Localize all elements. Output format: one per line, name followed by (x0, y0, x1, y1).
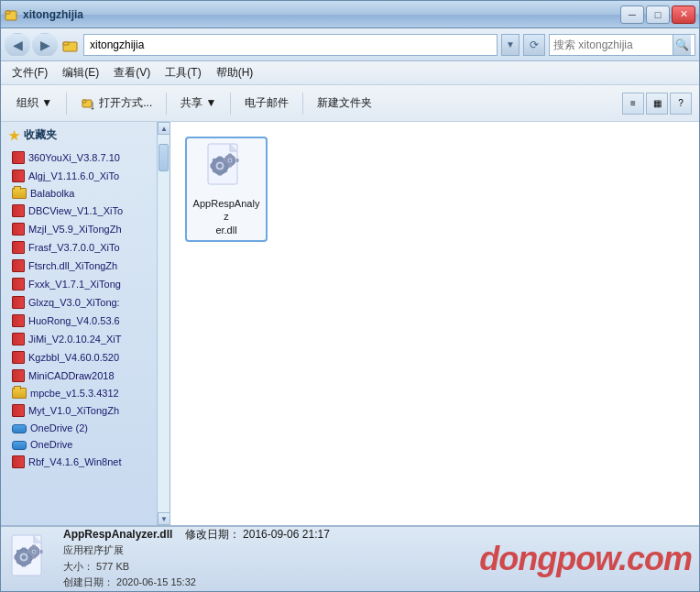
main-area: ★ 收藏夹 360YouXi_V3.8.7.10 Algj_V1.11.6.0_… (1, 122, 699, 525)
maximize-button[interactable]: □ (646, 5, 670, 24)
sidebar-item-label-6: Ftsrch.dll_XiTongZh (28, 260, 117, 271)
svg-marker-7 (91, 108, 94, 110)
item-icon-2 (12, 188, 27, 199)
sidebar-item-label-7: Fxxk_V1.7.1_XiTong (28, 279, 121, 290)
open-with-button[interactable]: 打开方式... (72, 89, 160, 118)
open-icon (81, 96, 95, 111)
svg-point-15 (218, 164, 223, 169)
sidebar-item-10[interactable]: JiMi_V2.0.10.24_XiT (1, 330, 170, 348)
email-label: 电子邮件 (245, 95, 289, 111)
sidebar-item-11[interactable]: Kgzbbl_V4.60.0.520 (1, 348, 170, 367)
forward-button[interactable]: ▶ (32, 33, 58, 57)
sidebar-item-8[interactable]: Glxzq_V3.0_XiTong: (1, 293, 170, 312)
svg-rect-49 (32, 545, 36, 548)
item-icon-1 (12, 170, 25, 182)
organize-button[interactable]: 组织 ▼ (8, 89, 60, 118)
svg-point-48 (33, 551, 36, 554)
item-icon-5 (12, 241, 25, 254)
item-icon-6 (12, 259, 25, 272)
dll-file-icon (204, 142, 248, 193)
sidebar-item-17[interactable]: Rbf_V4.1.6_Win8net (1, 453, 170, 471)
sidebar-item-9[interactable]: HuoRong_V4.0.53.6 (1, 312, 170, 330)
sidebar-item-label-13: mpcbe_v1.5.3.4312 (30, 388, 119, 399)
sidebar-scrollbar[interactable]: ▲ ▼ (157, 122, 170, 525)
svg-rect-1 (5, 11, 10, 14)
sidebar-section-title-text: 收藏夹 (24, 127, 57, 143)
sidebar-item-12[interactable]: MiniCADDraw2018 (1, 367, 170, 385)
search-box: 🔍 (549, 34, 695, 56)
sidebar-item-2[interactable]: Balabolka (1, 185, 170, 202)
sidebar-item-16[interactable]: OneDrive (1, 436, 170, 453)
file-item-appresp[interactable]: AppRespAnalyzer.dll (185, 137, 268, 242)
sidebar-item-label-8: Glxzq_V3.0_XiTong: (28, 297, 120, 308)
email-button[interactable]: 电子邮件 (236, 89, 297, 118)
sidebar-item-15[interactable]: OneDrive (2) (1, 420, 170, 436)
sidebar-item-label-16: OneDrive (30, 439, 72, 450)
item-icon-12 (12, 369, 25, 382)
search-input[interactable] (553, 38, 673, 51)
minimize-button[interactable]: ─ (620, 5, 644, 24)
menu-view[interactable]: 查看(V) (106, 63, 158, 82)
sidebar-list: 360YouXi_V3.8.7.10 Algj_V1.11.6.0_XiTo B… (1, 148, 170, 471)
sidebar-item-0[interactable]: 360YouXi_V3.8.7.10 (1, 148, 170, 167)
scroll-track[interactable] (158, 135, 170, 512)
address-path[interactable]: xitongzhijia (83, 34, 498, 56)
new-folder-button[interactable]: 新建文件夹 (309, 89, 380, 118)
svg-rect-52 (40, 550, 43, 554)
item-icon-16 (12, 441, 27, 450)
menu-edit[interactable]: 编辑(E) (55, 63, 106, 82)
refresh-button[interactable]: ⟳ (523, 34, 545, 56)
item-icon-13 (12, 388, 27, 399)
sidebar-item-13[interactable]: mpcbe_v1.5.3.4312 (1, 385, 170, 401)
sidebar-item-1[interactable]: Algj_V1.11.6.0_XiTo (1, 167, 170, 185)
sidebar-item-label-0: 360YouXi_V3.8.7.10 (28, 152, 120, 163)
svg-rect-16 (218, 157, 223, 159)
share-label: 共享 ▼ (180, 95, 216, 111)
toolbar-separator-2 (166, 93, 167, 115)
item-icon-11 (12, 351, 25, 364)
close-button[interactable]: ✕ (672, 5, 695, 24)
view-mode-button[interactable]: ≡ (622, 93, 644, 115)
svg-rect-18 (211, 164, 213, 169)
help-button[interactable]: ? (670, 93, 692, 115)
file-area: AppRespAnalyzer.dll (170, 122, 699, 525)
sidebar-item-5[interactable]: Frasf_V3.7.0.0_XiTo (1, 238, 170, 257)
item-icon-3 (12, 204, 25, 217)
search-button[interactable]: 🔍 (673, 35, 691, 55)
sidebar-item-label-12: MiniCADDraw2018 (28, 370, 115, 381)
sidebar-item-4[interactable]: MzjI_V5.9_XiTongZh (1, 220, 170, 238)
scroll-down-button[interactable]: ▼ (158, 512, 170, 525)
item-icon-14 (12, 404, 25, 417)
menu-tools[interactable]: 工具(T) (158, 63, 208, 82)
address-dropdown[interactable]: ▼ (501, 34, 520, 56)
sidebar-section-favorites: ★ 收藏夹 (1, 122, 170, 148)
svg-rect-28 (228, 165, 232, 168)
address-folder-icon (61, 36, 80, 54)
item-icon-10 (12, 333, 25, 345)
sidebar: ★ 收藏夹 360YouXi_V3.8.7.10 Algj_V1.11.6.0_… (1, 122, 170, 525)
share-button[interactable]: 共享 ▼ (172, 89, 224, 118)
new-folder-label: 新建文件夹 (317, 95, 372, 111)
menu-file[interactable]: 文件(F) (5, 63, 55, 82)
svg-rect-39 (22, 565, 27, 567)
svg-rect-3 (63, 42, 69, 45)
svg-point-26 (229, 159, 232, 162)
window-controls: ─ □ ✕ (620, 5, 695, 24)
sidebar-item-7[interactable]: Fxxk_V1.7.1_XiTong (1, 275, 170, 293)
toolbar-separator-1 (66, 93, 67, 115)
address-path-text: xitongzhijia (90, 38, 144, 51)
item-icon-7 (12, 278, 25, 291)
sidebar-item-label-1: Algj_V1.11.6.0_XiTo (28, 170, 119, 181)
scroll-thumb[interactable] (159, 144, 169, 171)
open-with-label: 打开方式... (99, 95, 152, 111)
sidebar-item-6[interactable]: Ftsrch.dll_XiTongZh (1, 257, 170, 275)
menu-help[interactable]: 帮助(H) (209, 63, 261, 82)
view-buttons: ≡ ▦ ? (622, 93, 692, 115)
view-grid-button[interactable]: ▦ (646, 93, 668, 115)
sidebar-item-label-5: Frasf_V3.7.0.0_XiTo (28, 242, 120, 253)
sidebar-item-label-15: OneDrive (2) (30, 422, 88, 433)
back-button[interactable]: ◀ (5, 33, 30, 57)
sidebar-item-3[interactable]: DBCView_V1.1_XiTo (1, 202, 170, 220)
scroll-up-button[interactable]: ▲ (158, 122, 170, 135)
sidebar-item-14[interactable]: Myt_V1.0_XiTongZh (1, 401, 170, 420)
